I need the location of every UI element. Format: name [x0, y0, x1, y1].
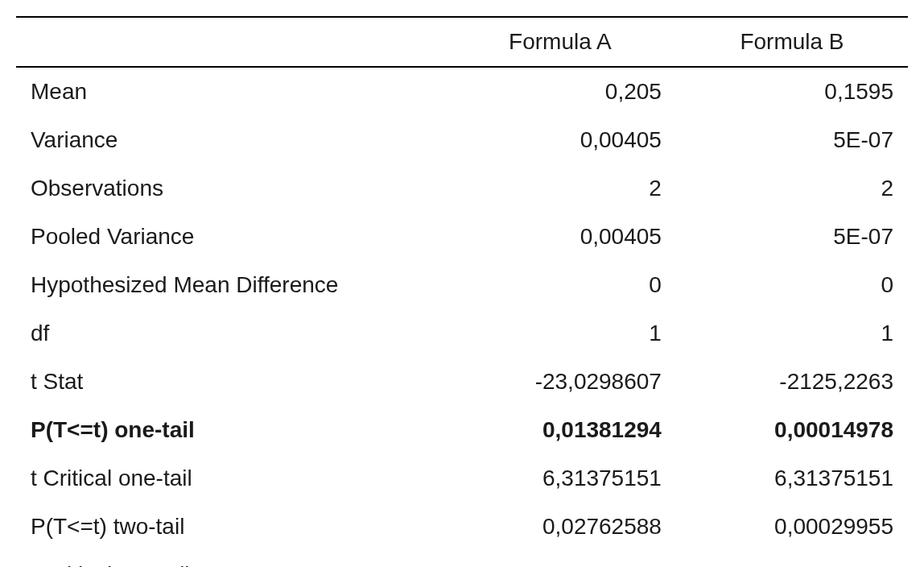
- table-row: Variance 0,00405 5E-07: [16, 116, 908, 164]
- row-value-b: 1: [676, 309, 908, 358]
- row-label: P(T<=t) two-tail: [16, 503, 444, 551]
- row-value-b: -2125,2263: [676, 358, 908, 406]
- header-blank: [16, 17, 444, 67]
- row-label: Mean: [16, 67, 444, 116]
- row-label: P(T<=t) one-tail: [16, 406, 444, 454]
- table-body: Mean 0,205 0,1595 Variance 0,00405 5E-07…: [16, 67, 908, 567]
- row-label: Hypothesized Mean Difference: [16, 261, 444, 309]
- row-value-a: 0,02762588: [444, 503, 676, 551]
- table-row: Mean 0,205 0,1595: [16, 67, 908, 116]
- row-label: Variance: [16, 116, 444, 164]
- table-row: t Stat -23,0298607 -2125,2263: [16, 358, 908, 406]
- table-row: P(T<=t) two-tail 0,02762588 0,00029955: [16, 503, 908, 551]
- table-row: Pooled Variance 0,00405 5E-07: [16, 213, 908, 261]
- row-value-b: 0,00014978: [676, 406, 908, 454]
- table-row: Hypothesized Mean Difference 0 0: [16, 261, 908, 309]
- row-value-a: 0,205: [444, 67, 676, 116]
- row-label: df: [16, 309, 444, 358]
- row-value-b: 6,31375151: [676, 454, 908, 503]
- row-value-a: 0,00405: [444, 213, 676, 261]
- table-row: P(T<=t) one-tail 0,01381294 0,00014978: [16, 406, 908, 454]
- row-label: t Critical one-tail: [16, 454, 444, 503]
- row-value-b: 12,7062047: [676, 551, 908, 567]
- row-value-b: 5E-07: [676, 213, 908, 261]
- table-row: Observations 2 2: [16, 164, 908, 213]
- table-row: df 1 1: [16, 309, 908, 358]
- row-value-a: -23,0298607: [444, 358, 676, 406]
- row-label: Observations: [16, 164, 444, 213]
- row-label: t Stat: [16, 358, 444, 406]
- table-header-row: Formula A Formula B: [16, 17, 908, 67]
- row-value-b: 0: [676, 261, 908, 309]
- row-value-b: 5E-07: [676, 116, 908, 164]
- row-value-a: 0,01381294: [444, 406, 676, 454]
- row-value-a: 0,00405: [444, 116, 676, 164]
- table-row: t Critical one-tail 6,31375151 6,3137515…: [16, 454, 908, 503]
- header-formula-a: Formula A: [444, 17, 676, 67]
- row-value-a: 2: [444, 164, 676, 213]
- row-value-b: 0,1595: [676, 67, 908, 116]
- t-test-table-container: Formula A Formula B Mean 0,205 0,1595 Va…: [16, 16, 908, 567]
- row-label: t Critical two-tail: [16, 551, 444, 567]
- header-formula-b: Formula B: [676, 17, 908, 67]
- row-value-b: 2: [676, 164, 908, 213]
- row-value-a: 0: [444, 261, 676, 309]
- row-value-a: 1: [444, 309, 676, 358]
- row-value-b: 0,00029955: [676, 503, 908, 551]
- row-value-a: 12,7062047: [444, 551, 676, 567]
- row-value-a: 6,31375151: [444, 454, 676, 503]
- row-label: Pooled Variance: [16, 213, 444, 261]
- table-row: t Critical two-tail 12,7062047 12,706204…: [16, 551, 908, 567]
- t-test-table: Formula A Formula B Mean 0,205 0,1595 Va…: [16, 16, 908, 567]
